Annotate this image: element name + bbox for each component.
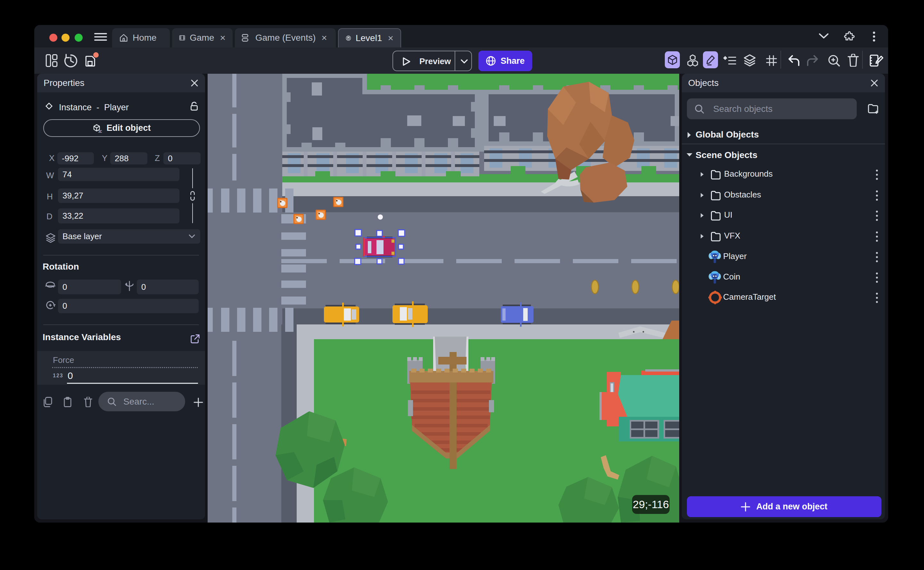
delete-variable-icon[interactable]	[84, 397, 92, 407]
zoom-in-icon[interactable]	[828, 55, 841, 67]
copy-icon[interactable]	[43, 397, 52, 407]
rotation-z-input[interactable]: 0	[58, 299, 199, 313]
history-icon[interactable]	[64, 54, 78, 68]
add-variable-icon[interactable]	[194, 397, 203, 407]
variable-type-badge: 123	[53, 373, 63, 378]
folder-arrow-icon[interactable]	[700, 172, 704, 177]
cursor-coordinates-badge: 29;-116	[632, 495, 670, 514]
add-folder-icon[interactable]	[867, 103, 879, 115]
w-input[interactable]: 74	[58, 168, 179, 181]
rotation-y-input[interactable]: 0	[137, 280, 199, 294]
layers-icon[interactable]	[743, 54, 756, 67]
y-input[interactable]: 288	[110, 152, 147, 164]
preview-button[interactable]: Preview	[393, 51, 472, 71]
folder-row-backgrounds[interactable]: Backgrounds	[682, 164, 885, 185]
object-row-player[interactable]: Player	[682, 247, 885, 267]
layout-panels-icon[interactable]	[46, 54, 58, 67]
folder-arrow-icon[interactable]	[700, 192, 704, 198]
folder-row-ui[interactable]: UI	[682, 205, 885, 226]
x-label: X	[49, 153, 55, 163]
h-input[interactable]: 39,27	[58, 188, 179, 203]
extensions-icon[interactable]	[844, 31, 855, 42]
undo-icon[interactable]	[788, 55, 800, 66]
menu-icon[interactable]	[94, 32, 107, 41]
row-kebab-icon[interactable]	[876, 251, 878, 263]
tab-game[interactable]: Game ×	[172, 28, 233, 48]
global-objects-title[interactable]: Global Objects	[696, 130, 759, 140]
layer-select[interactable]: Base layer	[58, 229, 200, 244]
building-left[interactable]	[282, 74, 479, 180]
objects-stack-icon[interactable]	[686, 54, 700, 67]
edit-object-3d-icon: 3D	[92, 123, 102, 133]
instance-variables-title: Instance Variables	[43, 332, 121, 342]
preview-dropdown-chevron-icon[interactable]	[460, 59, 468, 64]
folder-row-obstacles[interactable]: Obstacles	[682, 185, 885, 206]
close-window-button[interactable]	[49, 34, 57, 42]
row-kebab-icon[interactable]	[876, 272, 878, 283]
edit-object-label: Edit object	[106, 123, 151, 133]
minimize-window-button[interactable]	[61, 34, 70, 42]
objects-search-box[interactable]: Search objects	[687, 98, 857, 119]
preview-split-divider	[455, 51, 455, 70]
edit-object-button[interactable]: 3D Edit object	[43, 119, 200, 137]
chevron-down-icon[interactable]	[818, 33, 829, 40]
row-kebab-icon[interactable]	[876, 190, 878, 201]
variable-row[interactable]: Force 123 0	[37, 351, 205, 385]
z-input[interactable]: 0	[163, 152, 200, 164]
add-object-button[interactable]: Add a new object	[687, 496, 881, 517]
h-label: H	[47, 192, 53, 202]
tab-level1-close-icon[interactable]: ×	[388, 33, 393, 44]
kebab-menu-icon[interactable]	[872, 31, 876, 42]
global-objects-arrow-icon[interactable]	[687, 132, 692, 138]
tab-home[interactable]: Home	[112, 28, 170, 48]
row-kebab-icon[interactable]	[876, 292, 878, 303]
instances-list-icon[interactable]	[723, 55, 736, 66]
maximize-window-button[interactable]	[75, 34, 82, 42]
properties-close-icon[interactable]	[190, 79, 199, 87]
tab-game-events-close-icon[interactable]: ×	[321, 32, 327, 43]
editor-toolbar: Preview Share	[34, 48, 888, 74]
trash-icon[interactable]	[848, 54, 859, 67]
tab-game-close-icon[interactable]: ×	[220, 32, 226, 43]
car-yellow-left[interactable]	[393, 301, 428, 327]
scene-editor-canvas[interactable]: 29;-116	[208, 74, 679, 522]
d-input[interactable]: 33,22	[58, 208, 179, 224]
rotation-x-input[interactable]: 0	[58, 280, 121, 294]
tab-level1[interactable]: Level1 ×	[338, 28, 401, 48]
x-input[interactable]: -992	[57, 152, 94, 164]
folder-row-vfx[interactable]: VFX	[682, 226, 885, 247]
variable-name[interactable]: Force	[53, 355, 74, 365]
share-button[interactable]: Share	[478, 51, 532, 71]
lock-open-icon[interactable]	[190, 101, 199, 111]
player-car-selected[interactable]	[365, 236, 395, 257]
open-variables-icon[interactable]	[190, 334, 200, 344]
variables-search-box[interactable]: Searc...	[98, 392, 185, 411]
scene-notes-icon[interactable]	[869, 54, 883, 67]
row-kebab-icon[interactable]	[876, 231, 878, 242]
car-blue[interactable]	[501, 302, 533, 327]
paste-icon[interactable]	[63, 397, 72, 407]
variable-value[interactable]: 0	[67, 370, 73, 381]
w-label: W	[46, 170, 54, 181]
object-row-coin[interactable]: Coin	[682, 267, 885, 288]
folder-arrow-icon[interactable]	[700, 213, 704, 218]
redo-icon[interactable]	[806, 55, 819, 66]
object-row-cameratarget[interactable]: CameraTarget	[682, 288, 885, 308]
grid-icon[interactable]	[766, 55, 777, 67]
link-dimensions-icon[interactable]	[189, 191, 196, 201]
scene-objects-title[interactable]: Scene Objects	[696, 150, 758, 160]
screenshot-root: Home Game × Game (Events) × Level1 ×	[0, 0, 924, 570]
row-kebab-icon[interactable]	[876, 169, 878, 181]
folder-arrow-icon[interactable]	[700, 233, 704, 239]
folder-icon	[710, 169, 721, 180]
objects-close-icon[interactable]	[870, 79, 878, 87]
edit-mode-toggle[interactable]	[703, 51, 718, 68]
tab-game-events[interactable]: Game (Events) ×	[235, 28, 336, 48]
car-yellow-right[interactable]	[324, 303, 359, 326]
rotate-y-icon	[124, 280, 134, 291]
view-3d-toggle[interactable]	[665, 51, 680, 68]
row-kebab-icon[interactable]	[876, 210, 878, 222]
scene-icon	[346, 33, 351, 43]
scene-objects-arrow-icon[interactable]	[686, 152, 693, 158]
folder-label: Obstacles	[724, 190, 761, 200]
